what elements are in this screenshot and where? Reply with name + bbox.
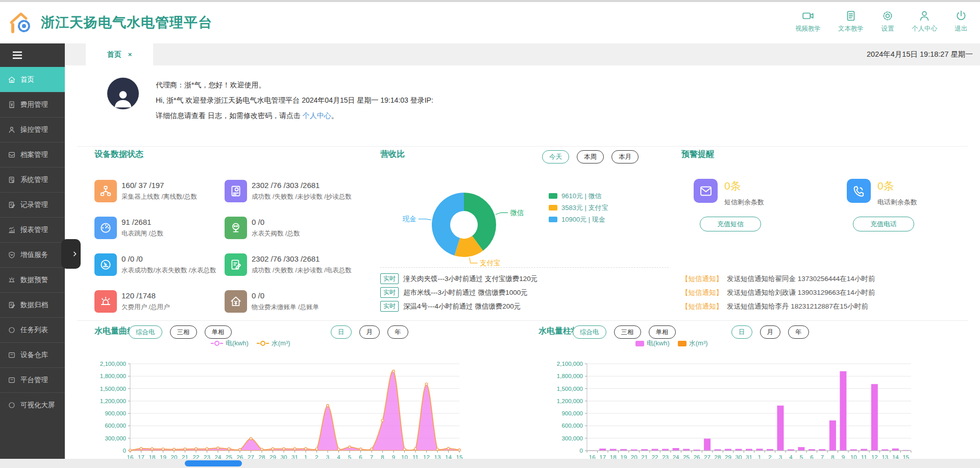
sidebar-item-value-added[interactable]: 增值服务 [0,242,65,267]
line-phase-三相[interactable]: 三相 [170,325,197,339]
header-action-power[interactable]: 退出 [954,9,968,33]
svg-text:7: 7 [821,454,824,459]
svg-text:14: 14 [892,454,899,459]
personal-center-link[interactable]: 个人中心 [303,111,331,120]
sidebar-item-data-alert[interactable]: 数据预警 [0,267,65,292]
system-icon [8,176,16,184]
svg-text:23: 23 [204,454,210,459]
document-icon [844,9,857,22]
sidebar-item-home[interactable]: 首页 [0,67,65,92]
legend-item[interactable]: 水(m³) [257,339,290,348]
bar-period-年[interactable]: 年 [788,325,809,339]
line-period-日[interactable]: 日 [331,325,352,339]
sidebar-item-platform[interactable]: 平台管理 [0,367,65,392]
svg-text:1: 1 [304,454,307,459]
sidebar-item-control[interactable]: 操控管理 [0,117,65,142]
svg-text:14: 14 [445,454,452,459]
menu-toggle-button[interactable] [0,43,65,67]
svg-text:900,000: 900,000 [105,410,126,416]
header-action-user[interactable]: 个人中心 [912,9,937,33]
device-status-grid: 160/ 37 /197 采集器上线数 /离线数/总数 2302 /76 /30… [94,180,388,327]
welcome-line-2: Hi, 浙*气 欢迎登录浙江天扬电气水电管理平台 2024年04月15日 星期一… [156,96,433,105]
tab-close-icon[interactable]: × [128,51,132,58]
sidebar-expand-button[interactable] [61,239,81,269]
welcome-line-1: 代理商：浙*气，您好！欢迎使用。 [156,81,265,90]
scrollbar-thumb[interactable] [185,460,242,466]
svg-text:9: 9 [842,454,845,459]
legend-item[interactable]: 电(kwh) [211,339,249,348]
value-added-icon [8,251,16,259]
svg-text:1,200,000: 1,200,000 [100,398,126,404]
sidebar-item-fee[interactable]: 费用管理 [0,92,65,117]
svg-text:30: 30 [281,454,287,459]
realtime-row: 实时潼关肉夹馍---3小时前通过 支付宝缴费120元 [380,272,537,286]
sidebar-item-report[interactable]: 报表管理 [0,217,65,242]
line-period-月[interactable]: 月 [359,325,380,339]
revenue-filter-本月[interactable]: 本月 [611,150,639,163]
sms-notice-row: 【短信通知】发送短信通知给刘政谦 13903129663在14小时前 [681,286,972,299]
alerts-title: 预警提醒 [681,149,714,160]
bar-phase-综合电[interactable]: 综合电 [573,325,606,339]
header-action-video[interactable]: 视频教学 [795,9,821,33]
sidebar-item-big-screen[interactable]: 可视化大屏 [0,392,65,417]
legend-swatch [549,217,557,222]
line-period-年[interactable]: 年 [387,325,408,339]
sidebar-item-record[interactable]: 记录管理 [0,192,65,217]
svg-text:28: 28 [259,454,265,459]
line-marker-icon [257,340,269,346]
legend-label: 10900元 | 现金 [561,215,605,224]
device-status-title: 设备数据状态 [94,149,143,160]
svg-text:15: 15 [902,454,909,459]
legend-item[interactable]: 电(kwh) [635,339,670,348]
header-action-document[interactable]: 文本教学 [838,9,864,33]
bar-chart-legend: 电(kwh)水(m³) [635,339,708,348]
realtime-badge: 实时 [380,301,399,312]
sidebar-item-system[interactable]: 系统管理 [0,167,65,192]
recharge-button[interactable]: 充值电话 [853,217,914,231]
line-phase-综合电[interactable]: 综合电 [129,325,162,339]
stat-label: 成功数 /失败数 /未抄读数 /抄读总数 [252,193,352,201]
line-phase-单相[interactable]: 单相 [205,325,232,339]
legend-item[interactable]: 水(m³) [678,339,708,348]
sidebar-item-data-archive[interactable]: 数据归档 [0,292,65,317]
header-action-gear[interactable]: 设置 [881,9,894,33]
recharge-button[interactable]: 充值短信 [700,217,761,231]
svg-text:300,000: 300,000 [561,435,583,441]
svg-text:19: 19 [160,454,166,459]
svg-text:20: 20 [171,454,178,459]
data-archive-icon [8,301,16,309]
horizontal-scrollbar[interactable] [0,459,980,468]
bar-phase-单相[interactable]: 单相 [649,325,676,339]
realtime-row: 实时超市米线---3小时前通过 微信缴费1000元 [380,286,537,299]
stat-value: 160/ 37 /197 [121,181,197,190]
bar-period-日[interactable]: 日 [731,325,752,339]
legend-row: 3583元 | 支付宝 [549,202,608,214]
property-fee-icon [229,295,242,308]
svg-text:10: 10 [850,454,857,459]
realtime-text: 潼关肉夹馍---3小时前通过 支付宝缴费120元 [403,274,537,284]
collector-icon [94,180,117,202]
svg-text:17: 17 [599,454,606,459]
control-icon [8,126,16,134]
remaining-count: 0条 [877,179,917,193]
revenue-filter-本周[interactable]: 本周 [577,150,604,163]
archive-icon [8,151,16,159]
svg-text:18: 18 [149,454,156,459]
bar-period-月[interactable]: 月 [760,325,781,339]
svg-text:31: 31 [291,454,298,459]
tab-home-label: 首页 [107,50,121,59]
svg-text:22: 22 [652,454,658,459]
realtime-badge: 实时 [380,273,399,284]
bar-phase-三相[interactable]: 三相 [614,325,641,339]
stat-label: 电表跳闸 /总数 [121,229,163,238]
tab-home[interactable]: 首页 × [86,43,153,65]
sidebar-item-device-warehouse[interactable]: 设备仓库 [0,342,65,367]
sidebar-item-task-list[interactable]: 任务列表 [0,317,65,342]
svg-text:22: 22 [193,454,200,459]
revenue-filter-今天[interactable]: 今天 [542,150,569,163]
realtime-text: 深温4号---4小时前通过 微信缴费200元 [403,302,521,311]
stat-label: 水表关阀数 /总数 [252,229,300,238]
svg-text:26: 26 [237,454,243,459]
svg-text:2,100,000: 2,100,000 [100,361,126,367]
sidebar-item-archive[interactable]: 档案管理 [0,142,65,167]
